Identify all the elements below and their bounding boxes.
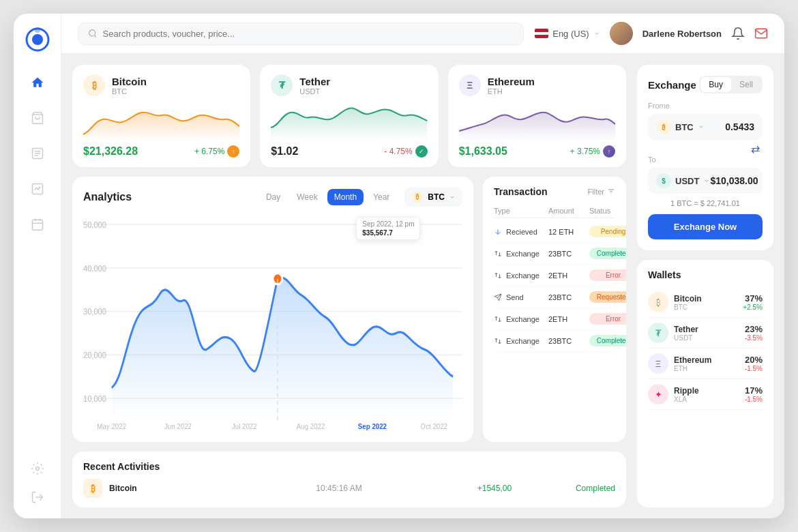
svg-text:40,000: 40,000 [83, 263, 106, 274]
table-row: Send 23BTC Requested [494, 286, 615, 308]
swap-icon[interactable]: ⇄ [648, 143, 763, 156]
transaction-table-header: Type Amount Status [494, 204, 615, 218]
svg-text:20,000: 20,000 [83, 350, 106, 360]
filter-year[interactable]: Year [366, 189, 396, 205]
to-coin-chevron [703, 177, 710, 184]
ripple-wallet-info: Ripple XLA [674, 386, 739, 403]
tether-card: ₮ Tether USDT [260, 65, 438, 167]
filter-day[interactable]: Day [259, 189, 287, 205]
search-icon [88, 29, 98, 38]
list-item: Ξ Ethereum ETH 20% -1.5% [648, 349, 763, 379]
svg-text:May 2022: May 2022 [97, 422, 126, 430]
to-row: $ USDT $10,038.00 [648, 168, 763, 194]
tooltip-date: Sep 2022, 12 pm [362, 220, 414, 228]
filter-button[interactable]: Filter [588, 188, 615, 196]
svg-text:Aug 2022: Aug 2022 [297, 422, 325, 430]
chart-tooltip: Sep 2022, 12 pm $35,567.7 [356, 217, 420, 240]
eth-change: + 3.75% ↑ [570, 145, 615, 158]
avatar [610, 22, 633, 45]
svg-line-16 [94, 35, 95, 37]
sidebar-item-shopping[interactable] [30, 110, 45, 125]
sidebar-item-logout[interactable] [30, 490, 45, 505]
eth-icon: Ξ [459, 74, 481, 96]
mail-icon[interactable] [754, 27, 768, 40]
coin-icon: ₿ [411, 191, 424, 203]
recent-item-amount: +1545,00 [420, 484, 569, 493]
sell-tab[interactable]: Sell [731, 77, 761, 92]
transaction-title: Transaction [494, 186, 548, 197]
list-item: ₮ Tether USDT 23% -3.5% [648, 318, 763, 349]
to-label: To [648, 156, 763, 164]
analytics-title: Analytics [83, 191, 132, 203]
recent-item-name: Bitcoin [109, 484, 258, 493]
usdt-icon: ₮ [271, 74, 293, 96]
transaction-header: Transaction Filter [494, 186, 615, 197]
coin-selector[interactable]: ₿ BTC [404, 188, 462, 207]
status-badge: Requested [589, 291, 626, 303]
exchange-title: Exchange [648, 79, 696, 91]
coin-chevron-icon [449, 194, 456, 201]
sidebar-item-list[interactable] [30, 146, 45, 161]
analytics-chart: Sep 2022, 12 pm $35,567.7 [83, 213, 462, 431]
svg-point-2 [35, 27, 40, 33]
logo[interactable] [25, 27, 50, 55]
usdt-wallet-info: Tether USDT [674, 325, 739, 342]
list-item: ✦ Ripple XLA 17% -1.5% [648, 379, 763, 410]
svg-rect-9 [32, 220, 42, 230]
svg-text:Jun 2022: Jun 2022 [164, 422, 192, 430]
svg-point-15 [89, 30, 95, 36]
eth-name: Ethereum [488, 76, 535, 87]
notifications-icon[interactable] [731, 27, 745, 40]
user-name: Darlene Robertson [642, 29, 722, 39]
usdt-price: $1.02 [271, 145, 298, 158]
to-coin-icon: $ [656, 173, 671, 188]
from-coin[interactable]: ₿ BTC [656, 119, 705, 134]
svg-text:50,000: 50,000 [83, 220, 106, 230]
wallets-card: Wallets ₿ Bitcoin BTC 37% +2.5% ₮ [637, 260, 773, 507]
from-amount: 0.5433 [725, 121, 754, 132]
sidebar-item-calendar[interactable] [30, 217, 45, 232]
svg-text:Sep 2022: Sep 2022 [358, 422, 387, 430]
chevron-down-icon [593, 30, 600, 37]
sidebar-item-home[interactable] [30, 75, 45, 90]
language-selector[interactable]: Eng (US) [535, 29, 600, 39]
from-coin-chevron [698, 123, 705, 130]
buy-sell-tabs: Buy Sell [699, 76, 763, 93]
btc-wallet-icon: ₿ [648, 292, 668, 312]
usdt-chart [271, 100, 427, 141]
table-row: Recieved 12 ETH Pending [494, 221, 615, 243]
sidebar-item-chart[interactable] [30, 181, 45, 196]
filter-week[interactable]: Week [290, 189, 324, 205]
status-badge: Pending [589, 226, 626, 237]
usdt-symbol: USDT [299, 87, 330, 95]
buy-tab[interactable]: Buy [700, 77, 731, 92]
usdt-change: - 4.75% ✓ [384, 145, 427, 158]
btc-icon: ₿ [83, 74, 105, 96]
sidebar-item-settings[interactable] [30, 461, 45, 476]
search-input[interactable] [103, 29, 514, 39]
list-item: ₿ Bitcoin BTC 37% +2.5% [648, 287, 763, 318]
ripple-wallet-icon: ✦ [648, 384, 668, 404]
svg-text:Oct 2022: Oct 2022 [421, 422, 448, 430]
eth-symbol: ETH [488, 87, 535, 95]
header-right: Eng (US) Darlene Robertson [535, 22, 768, 45]
to-coin[interactable]: $ USDT [656, 173, 710, 188]
svg-text:10,000: 10,000 [83, 394, 106, 404]
recent-title: Recent Activities [83, 461, 615, 472]
tooltip-value: $35,567.7 [362, 229, 414, 237]
search-bar[interactable] [78, 23, 524, 45]
exchange-icon [494, 250, 502, 258]
ethereum-card: Ξ Ethereum ETH [448, 65, 626, 167]
usdt-name: Tether [299, 76, 330, 87]
header: Eng (US) Darlene Robertson [61, 14, 784, 54]
content-area: ₿ Bitcoin BTC [61, 54, 784, 518]
btc-chart [83, 100, 239, 141]
filter-month[interactable]: Month [327, 189, 364, 205]
status-badge: Error [589, 269, 626, 281]
time-filters: Day Week Month Year ₿ BTC [259, 188, 462, 207]
exchange-rate: 1 BTC = $ 22,741.01 [648, 199, 763, 207]
recent-item-time: 10:45:16 AM [265, 484, 413, 493]
exchange-now-button[interactable]: Exchange Now [648, 214, 763, 239]
from-row: ₿ BTC 0.5433 [648, 114, 763, 140]
svg-point-1 [32, 34, 43, 45]
